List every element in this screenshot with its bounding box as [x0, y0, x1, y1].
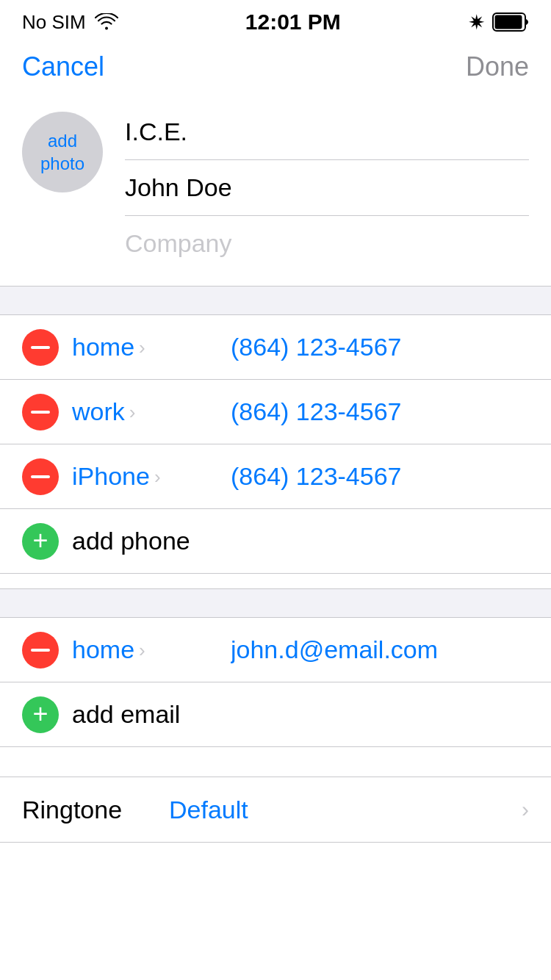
status-bar: No SIM 12:01 PM ✷ [0, 0, 551, 44]
last-name-field-row [125, 160, 529, 216]
chevron-right-icon: › [154, 466, 161, 489]
add-email-button[interactable]: + [22, 696, 59, 733]
phone-row-home: home › [0, 315, 551, 380]
phone-label-home[interactable]: home › [72, 333, 190, 361]
phone-row-iphone: iPhone › [0, 444, 551, 509]
phone-label-work-text: work [72, 397, 125, 426]
add-phone-row: + add phone [0, 509, 551, 574]
add-phone-button[interactable]: + [22, 523, 59, 560]
wifi-icon [95, 13, 118, 31]
phone-value-work-input[interactable] [231, 397, 543, 426]
status-right-area: ✷ [468, 10, 529, 35]
ringtone-row[interactable]: Ringtone Default › [0, 777, 551, 842]
remove-phone-home-button[interactable] [22, 329, 59, 366]
contact-header: addphoto [0, 97, 551, 271]
first-name-field-row [125, 104, 529, 160]
remove-email-home-button[interactable] [22, 632, 59, 669]
phone-row-work: work › [0, 380, 551, 444]
phone-label-home-text: home [72, 333, 134, 361]
email-list-section: home › + add email [0, 618, 551, 747]
add-phone-label[interactable]: add phone [72, 527, 190, 555]
nav-bar: Cancel Done [0, 44, 551, 97]
minus-icon [31, 475, 50, 478]
minus-icon [31, 411, 50, 414]
status-time: 12:01 PM [118, 10, 468, 35]
chevron-right-icon: › [139, 336, 145, 359]
minus-icon [31, 649, 50, 652]
battery-icon [492, 12, 529, 32]
minus-icon [31, 346, 50, 349]
email-label-home[interactable]: home › [72, 635, 190, 664]
email-row-home: home › [0, 618, 551, 682]
phone-label-work[interactable]: work › [72, 397, 190, 426]
email-value-home-input[interactable] [231, 635, 543, 664]
phone-value-iphone-input[interactable] [231, 462, 543, 491]
company-input[interactable] [125, 229, 529, 258]
phone-label-iphone[interactable]: iPhone › [72, 462, 190, 491]
add-email-label[interactable]: add email [72, 700, 180, 729]
add-photo-button[interactable]: addphoto [22, 112, 103, 192]
remove-phone-iphone-button[interactable] [22, 458, 59, 495]
plus-icon: + [32, 527, 48, 554]
phone-value-home-input[interactable] [231, 333, 543, 361]
phone-label-iphone-text: iPhone [72, 462, 150, 491]
chevron-right-icon: › [129, 401, 136, 424]
add-photo-label: addphoto [40, 129, 84, 175]
ringtone-section: Ringtone Default › [0, 777, 551, 843]
cancel-button[interactable]: Cancel [22, 51, 104, 82]
plus-icon: + [32, 701, 48, 727]
email-label-home-text: home [72, 635, 134, 664]
ringtone-chevron-icon: › [522, 797, 529, 822]
svg-rect-1 [495, 15, 522, 29]
last-name-input[interactable] [125, 173, 529, 202]
done-button[interactable]: Done [466, 51, 529, 82]
chevron-right-icon: › [139, 639, 145, 662]
add-email-row: + add email [0, 682, 551, 747]
status-carrier-area: No SIM [22, 11, 118, 34]
remove-phone-work-button[interactable] [22, 394, 59, 430]
first-name-input[interactable] [125, 118, 529, 146]
company-field-row [125, 216, 529, 271]
carrier-label: No SIM [22, 11, 86, 34]
ringtone-label: Ringtone [22, 796, 154, 824]
contact-fields [125, 104, 529, 271]
phone-list-section: home › work › iPhone › + add ph [0, 315, 551, 574]
bluetooth-icon: ✷ [468, 10, 485, 35]
section-divider-emails [0, 588, 551, 618]
ringtone-value: Default [169, 796, 507, 824]
section-divider-phones [0, 286, 551, 315]
